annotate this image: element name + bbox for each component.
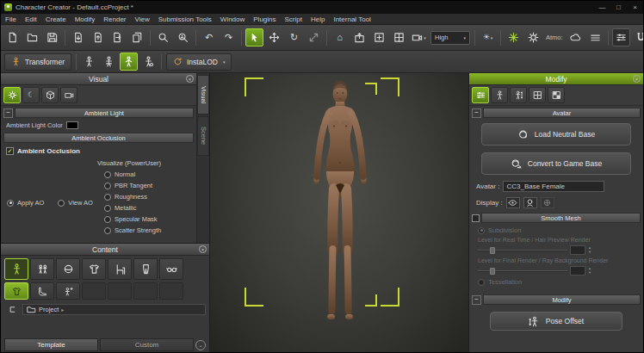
category-cloth-button[interactable] (82, 258, 106, 280)
visualize-radio-normal[interactable]: Normal (104, 170, 161, 178)
atmo-fog-button[interactable] (586, 28, 604, 46)
view-ao-radio[interactable]: View AO (58, 199, 93, 207)
tab-visual[interactable]: Visual (197, 75, 209, 115)
collapse-minus-icon[interactable]: − (3, 108, 13, 118)
load-neutral-base-button[interactable]: Load Neutral Base (481, 123, 631, 146)
send-to-iclone-button[interactable] (108, 28, 127, 46)
menu-item-view[interactable]: View (131, 14, 154, 25)
snap-magnet-button[interactable] (632, 28, 644, 46)
visualize-radio-metallic[interactable]: Metallic (104, 204, 161, 212)
content-panel-close-icon[interactable]: × (199, 245, 207, 253)
breadcrumb[interactable]: Project ▸ (22, 304, 206, 315)
undo-button[interactable]: ↶ (200, 28, 218, 46)
open-project-button[interactable] (23, 28, 41, 46)
move-tool-button[interactable] (265, 28, 283, 46)
collapse-minus-icon[interactable]: − (472, 295, 481, 305)
menu-item-script[interactable]: Script (281, 14, 307, 25)
menu-item-internal-tool[interactable]: Internal Tool (329, 14, 375, 25)
tab-custom[interactable]: Custom (100, 338, 194, 351)
modify-section-bar[interactable]: Modify (483, 294, 641, 305)
preview-lighting-button[interactable]: ☀ ▾ (479, 28, 497, 46)
viewport-3d[interactable] (210, 73, 468, 353)
visual-panel-close-icon[interactable]: × (186, 75, 194, 83)
export-content-button[interactable] (89, 28, 107, 46)
pivot-edit-button[interactable] (139, 53, 158, 71)
minimize-button[interactable]: — (594, 1, 610, 14)
content-filter-button[interactable]: ⌄ (195, 340, 206, 350)
character-pose-button[interactable] (80, 53, 98, 71)
select-tool-button[interactable] (245, 28, 263, 46)
quality-dropdown[interactable]: High ▾ (430, 31, 470, 45)
subcategory-custom-character-button[interactable] (56, 282, 80, 300)
redo-button[interactable]: ↷ (220, 28, 238, 46)
modify-panel-close-icon[interactable]: × (633, 75, 641, 83)
category-character-button[interactable] (4, 258, 28, 280)
edit-pose-button[interactable] (120, 53, 138, 71)
menu-item-create[interactable]: Create (41, 14, 71, 25)
modify-uv-button[interactable] (529, 87, 546, 103)
modify-adjust-button[interactable] (472, 87, 489, 103)
menu-item-edit[interactable]: Edit (21, 14, 41, 25)
frame-subject-button[interactable] (350, 28, 368, 46)
menu-item-window[interactable]: Window (216, 14, 249, 25)
pose-offset-button[interactable]: Pose Offset (490, 312, 622, 331)
close-button[interactable]: × (627, 1, 643, 14)
preference-sliders-button[interactable] (612, 28, 630, 46)
smooth-mesh-checkbox[interactable] (472, 214, 480, 222)
pack-project-button[interactable] (128, 28, 146, 46)
ambient-occlusion-section-bar[interactable]: Ambient Occlusion (3, 133, 194, 143)
edit-mesh-button[interactable] (100, 53, 118, 71)
modify-bones-button[interactable] (491, 87, 508, 103)
atmosphere-settings-button[interactable] (524, 28, 542, 46)
maximize-button[interactable]: □ (610, 1, 627, 14)
modify-material-button[interactable] (548, 87, 565, 103)
collapse-minus-icon[interactable]: − (472, 108, 481, 118)
category-accessory-button[interactable] (159, 258, 183, 280)
category-skin-button[interactable] (56, 258, 80, 280)
home-view-button[interactable]: ⌂ (331, 28, 349, 46)
category-furniture-button[interactable] (108, 258, 132, 280)
category-avatar-preset-button[interactable] (30, 258, 54, 280)
menu-item-modify[interactable]: Modify (71, 14, 100, 25)
apply-ao-radio[interactable]: Apply AO (7, 199, 44, 207)
new-project-button[interactable] (3, 28, 22, 46)
display-head-toggle[interactable] (523, 197, 537, 208)
up-level-button[interactable] (5, 303, 19, 315)
zoom-to-avatar-button[interactable] (174, 28, 192, 46)
modify-proportion-button[interactable] (510, 87, 527, 103)
menu-item-help[interactable]: Help (307, 14, 329, 25)
visualize-radio-roughness[interactable]: Roughness (104, 193, 161, 201)
subcategory-selected-button[interactable] (4, 282, 28, 300)
avatar-name-input[interactable] (503, 181, 604, 192)
ambient-occlusion-checkbox[interactable]: ✓ (6, 147, 14, 155)
visualize-radio-pbr-tangent[interactable]: PBR Tangent (104, 182, 161, 189)
visual-panel-header[interactable]: Visual × (1, 73, 196, 85)
save-project-button[interactable] (43, 28, 61, 46)
tab-scene[interactable]: Scene (197, 116, 209, 156)
visual-effects-button[interactable] (505, 28, 523, 46)
transformer-button[interactable]: Transformer (4, 53, 71, 71)
display-eye-toggle[interactable] (506, 197, 520, 208)
content-panel-header[interactable]: Content × (1, 244, 209, 256)
ambient-light-section-bar[interactable]: Ambient Light (15, 108, 194, 118)
camera-settings-button[interactable] (60, 87, 77, 103)
category-pants-button[interactable] (133, 258, 158, 280)
visualize-radio-specular-mask[interactable]: Specular Mask (104, 215, 161, 223)
scale-tool-button[interactable] (305, 28, 323, 46)
zoom-to-object-button[interactable] (154, 28, 172, 46)
render-settings-button[interactable] (3, 87, 21, 103)
visualize-radio-scatter-strength[interactable]: Scatter Strength (104, 226, 161, 234)
character-model[interactable] (295, 80, 385, 338)
menu-item-file[interactable]: File (1, 14, 21, 25)
atmo-sky-button[interactable] (567, 28, 585, 46)
smooth-mesh-section-bar[interactable]: Smooth Mesh (481, 213, 641, 223)
menu-item-submission-tools[interactable]: Submission Tools (154, 14, 216, 25)
avatar-section-bar[interactable]: Avatar (483, 108, 641, 118)
modify-panel-header[interactable]: Modify × (469, 73, 643, 85)
render-preview-button[interactable]: ▾ (410, 28, 428, 46)
menu-item-render[interactable]: Render (99, 14, 130, 25)
subcategory-shoes-button[interactable] (30, 282, 54, 300)
zoom-region-button[interactable] (370, 28, 388, 46)
tab-template[interactable]: Template (4, 338, 98, 351)
rotate-tool-button[interactable]: ↻ (285, 28, 303, 46)
